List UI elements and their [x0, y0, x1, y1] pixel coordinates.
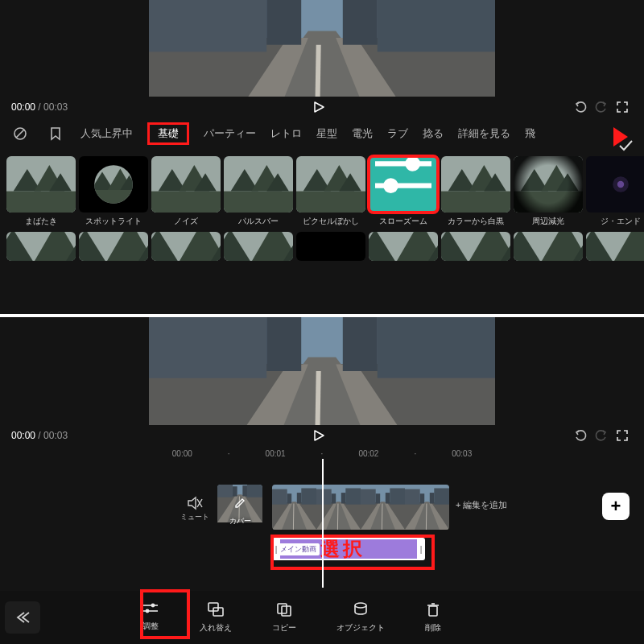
trash-icon: [425, 601, 441, 619]
effect-vignette[interactable]: 周辺減光: [514, 156, 583, 227]
mute-button[interactable]: ミュート: [180, 496, 209, 522]
playhead[interactable]: [322, 459, 324, 588]
download-icon: [641, 159, 644, 171]
timeline[interactable]: ミュート カバー + 編集を追加 + | メイン動画 | 選択: [0, 460, 644, 549]
tab-fly[interactable]: 飛: [525, 126, 535, 141]
add-edit-button[interactable]: + 編集を追加: [456, 499, 507, 511]
sliders-icon: [369, 156, 438, 204]
tool-object[interactable]: オブジェクト: [336, 601, 385, 634]
effect-pulsebar[interactable]: パルスバー: [224, 156, 293, 227]
download-icon: [134, 159, 145, 171]
object-icon: [352, 601, 369, 619]
redo-button[interactable]: [591, 425, 612, 446]
clip-handle-right[interactable]: |: [417, 539, 425, 559]
effect-slowzoom[interactable]: 調整 スローズーム: [369, 156, 438, 227]
svg-point-26: [613, 176, 629, 192]
undo-button[interactable]: [570, 97, 591, 118]
fullscreen-button[interactable]: [612, 97, 633, 118]
effects-grid: まばたき スポットライト ノイズ パルスバー ピクセルぼかし 調: [0, 150, 644, 266]
tool-replace[interactable]: 入れ替え: [200, 601, 232, 634]
none-icon[interactable]: [10, 123, 31, 144]
effect-item[interactable]: [6, 232, 76, 261]
effect-item[interactable]: [151, 232, 221, 261]
annotation-arrow-icon: [581, 124, 630, 152]
video-preview: [0, 317, 644, 425]
effect-item[interactable]: [224, 232, 293, 261]
add-clip-button[interactable]: +: [602, 493, 630, 520]
effect-pixelblur[interactable]: ピクセルぼかし: [296, 156, 365, 227]
effect-blink[interactable]: まばたき: [6, 156, 76, 227]
effect-color-to-bw[interactable]: カラーから白黒: [441, 156, 510, 227]
effect-noise[interactable]: ノイズ: [151, 156, 221, 227]
video-preview: [0, 0, 644, 97]
clip-toolbar: 調整 入れ替え コピー オブジェクト 削除: [0, 591, 644, 644]
cover-button[interactable]: カバー: [217, 485, 262, 530]
sliders-icon: [142, 601, 159, 617]
total-time: 00:03: [43, 430, 68, 441]
current-time: 00:00: [11, 430, 35, 441]
tab-love[interactable]: ラブ: [387, 126, 408, 141]
tab-party[interactable]: パーティー: [204, 126, 256, 141]
download-icon: [206, 159, 217, 171]
svg-line-21: [16, 130, 24, 138]
tool-copy[interactable]: コピー: [272, 601, 296, 634]
current-time: 00:00: [11, 101, 35, 113]
svg-rect-35: [429, 606, 437, 616]
total-time: 00:03: [43, 101, 68, 113]
tab-twist[interactable]: 捻る: [423, 126, 444, 141]
effect-spotlight[interactable]: スポットライト: [79, 156, 148, 227]
effect-item[interactable]: [79, 232, 148, 261]
tool-adjust[interactable]: 調整: [142, 601, 159, 634]
tab-lightning[interactable]: 電光: [352, 126, 373, 141]
effect-item[interactable]: [369, 232, 438, 261]
tool-delete[interactable]: 削除: [425, 601, 441, 634]
undo-button[interactable]: [570, 425, 591, 446]
swap-icon: [207, 601, 225, 619]
download-icon: [279, 159, 290, 171]
tab-trending[interactable]: 人気上昇中: [80, 126, 133, 141]
effect-item[interactable]: [514, 232, 583, 261]
download-icon: [61, 159, 72, 171]
back-button[interactable]: [5, 601, 40, 634]
download-icon: [496, 159, 507, 171]
svg-marker-27: [315, 431, 324, 440]
download-icon: [568, 159, 580, 171]
timeline-clip[interactable]: [272, 485, 449, 530]
svg-point-34: [355, 603, 366, 608]
clip-handle-left[interactable]: |: [272, 539, 280, 559]
tab-star[interactable]: 星型: [316, 126, 337, 141]
play-button[interactable]: [308, 425, 329, 446]
clip-tag: メイン動画: [277, 543, 320, 555]
play-button[interactable]: [308, 97, 329, 118]
tab-more[interactable]: 詳細を見る: [458, 126, 510, 141]
svg-marker-19: [315, 102, 324, 112]
download-icon: [351, 159, 362, 171]
bookmark-icon[interactable]: [45, 123, 66, 144]
copy-icon: [275, 601, 293, 619]
redo-button[interactable]: [591, 97, 612, 118]
effect-the-end[interactable]: ジ・エンド: [586, 156, 644, 227]
effect-item[interactable]: [296, 232, 365, 261]
effect-item[interactable]: [441, 232, 510, 261]
tab-basic[interactable]: 基礎: [147, 122, 189, 145]
tab-retro[interactable]: レトロ: [270, 126, 302, 141]
selected-clip[interactable]: | メイン動画 |: [272, 538, 425, 560]
effect-category-tabs: 人気上昇中 基礎 パーティー レトロ 星型 電光 ラブ 捻る 詳細を見る 飛: [0, 118, 644, 150]
fullscreen-button[interactable]: [612, 425, 633, 446]
effect-item[interactable]: [586, 232, 644, 261]
